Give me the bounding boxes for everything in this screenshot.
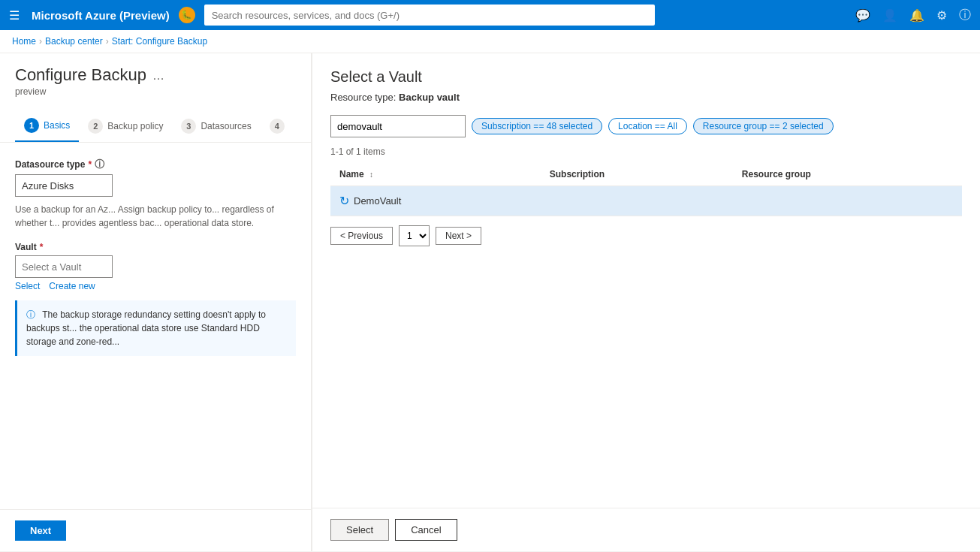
pagination: < Previous 1 Next > [312, 216, 980, 255]
step-circle-3: 3 [181, 119, 196, 134]
required-marker: * [88, 159, 92, 170]
vault-search-input[interactable] [330, 115, 466, 137]
vault-table: Name ↕ Subscription Resource group [330, 163, 962, 216]
main-layout: Configure Backup … preview 1 Basics 2 Ba… [0, 53, 980, 551]
step-4[interactable]: 4 [261, 112, 294, 142]
settings-icon[interactable]: ⚙ [936, 8, 947, 23]
filter-resource-group[interactable]: Resource group == 2 selected [693, 118, 834, 134]
vault-create-link[interactable]: Create new [49, 281, 95, 291]
step-backup-policy[interactable]: 2 Backup policy [79, 112, 172, 142]
table-wrapper: Name ↕ Subscription Resource group [312, 163, 980, 216]
resource-type-label: Resource type: [330, 92, 396, 103]
left-panel: Configure Backup … preview 1 Basics 2 Ba… [0, 53, 312, 551]
vault-resource-group-cell [733, 186, 962, 216]
right-bottom: Select Cancel [312, 508, 980, 551]
vault-required: * [40, 242, 44, 252]
col-name[interactable]: Name ↕ [330, 163, 541, 186]
topbar: ☰ Microsoft Azure (Preview) 🐛 💬 👤 🔔 ⚙ ⓘ [0, 0, 980, 30]
breadcrumb-backup-center[interactable]: Backup center [45, 36, 103, 47]
left-panel-header: Configure Backup … preview [0, 53, 311, 103]
bug-icon: 🐛 [179, 7, 195, 23]
info-icon-datasource[interactable]: ⓘ [95, 158, 104, 171]
more-icon[interactable]: … [152, 69, 164, 83]
right-panel: Select a Vault Resource type: Backup vau… [312, 53, 980, 551]
sort-icon-name: ↕ [369, 170, 373, 179]
next-page-button[interactable]: Next > [436, 227, 481, 245]
datasource-label: Datasource type * ⓘ [15, 158, 296, 171]
next-button[interactable]: Next [15, 520, 66, 541]
search-input[interactable] [204, 5, 655, 26]
col-resource-group[interactable]: Resource group [733, 163, 962, 186]
resource-type-row: Resource type: Backup vault [312, 92, 980, 115]
datasource-field: Datasource type * ⓘ Use a backup for an … [15, 158, 296, 230]
feedback-icon[interactable]: 💬 [855, 8, 870, 23]
cancel-button[interactable]: Cancel [395, 519, 457, 541]
panel-title: Select a Vault [312, 53, 980, 92]
steps-nav: 1 Basics 2 Backup policy 3 Datasources 4 [0, 103, 311, 143]
help-icon[interactable]: 👤 [882, 8, 897, 23]
page-title: Configure Backup [15, 65, 146, 85]
resource-type-value: Backup vault [399, 92, 460, 103]
vault-select-link[interactable]: Select [15, 281, 40, 291]
count-row: 1-1 of 1 items [312, 146, 980, 163]
datasource-description: Use a backup for an Az... Assign backup … [15, 203, 296, 230]
filter-bar: Subscription == 48 selected Location == … [312, 115, 980, 146]
vault-input[interactable] [15, 255, 113, 278]
step-circle-4: 4 [270, 119, 285, 134]
vault-name-cell: ↻ DemoVault [330, 186, 541, 216]
topbar-icons: 💬 👤 🔔 ⚙ ⓘ [855, 8, 971, 23]
app-title: Microsoft Azure (Preview) [32, 9, 170, 22]
vault-row-icon: ↻ [339, 194, 349, 208]
breadcrumb-configure[interactable]: Start: Configure Backup [112, 36, 207, 47]
table-row[interactable]: ↻ DemoVault [330, 186, 962, 216]
breadcrumb: Home › Backup center › Start: Configure … [0, 30, 980, 53]
filter-location[interactable]: Location == All [608, 118, 687, 134]
step-label-basics: Basics [44, 120, 70, 131]
hamburger-icon[interactable]: ☰ [9, 8, 20, 23]
step-label-backup-policy: Backup policy [107, 121, 163, 131]
info-box: ⓘ The backup storage redundancy setting … [15, 300, 296, 356]
step-circle-2: 2 [88, 119, 103, 134]
page-subtitle: preview [15, 86, 296, 97]
step-label-datasources: Datasources [201, 121, 251, 131]
prev-button[interactable]: < Previous [330, 227, 393, 245]
breadcrumb-home[interactable]: Home [12, 36, 36, 47]
vault-subscription-cell [541, 186, 733, 216]
vault-field: Vault * Select Create new [15, 242, 296, 291]
left-bottom: Next [0, 509, 311, 551]
select-button[interactable]: Select [330, 519, 389, 541]
vault-label: Vault * [15, 242, 296, 252]
question-icon[interactable]: ⓘ [959, 8, 971, 23]
step-basics[interactable]: 1 Basics [15, 112, 79, 142]
step-datasources[interactable]: 3 Datasources [172, 112, 260, 142]
filter-subscription[interactable]: Subscription == 48 selected [472, 118, 602, 134]
datasource-input[interactable] [15, 174, 113, 197]
info-box-icon: ⓘ [26, 309, 35, 320]
col-subscription[interactable]: Subscription [541, 163, 733, 186]
form-area: Datasource type * ⓘ Use a backup for an … [0, 143, 311, 509]
step-circle-1: 1 [24, 118, 39, 133]
notification-icon[interactable]: 🔔 [909, 8, 924, 23]
page-select[interactable]: 1 [399, 225, 430, 246]
